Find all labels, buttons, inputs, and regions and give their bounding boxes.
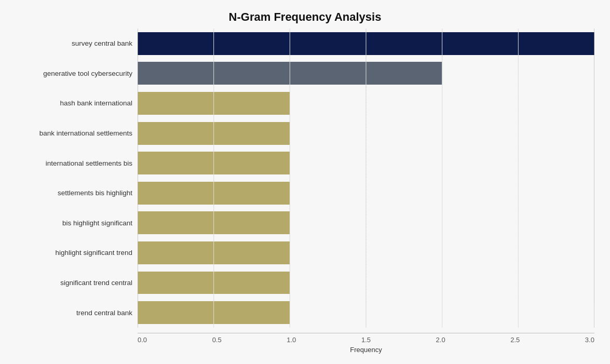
- tick-3: 3.0: [585, 336, 594, 344]
- bar-fill: [138, 62, 442, 85]
- bar-track: [138, 88, 594, 118]
- chart-title: N-Gram Frequency Analysis: [16, 10, 594, 24]
- bar-row: international settlements bis: [16, 148, 594, 178]
- bar-row: highlight significant trend: [16, 238, 594, 268]
- bar-row: bis highlight significant: [16, 208, 594, 238]
- bar-row: bank international settlements: [16, 118, 594, 149]
- bar-label: highlight significant trend: [16, 249, 138, 257]
- bar-label: bis highlight significant: [16, 219, 138, 227]
- chart-container: N-Gram Frequency Analysis: [0, 0, 610, 364]
- bar-track: [138, 178, 594, 208]
- bar-label: significant trend central: [16, 279, 138, 287]
- bar-row: significant trend central: [16, 268, 594, 298]
- bar-track: [138, 268, 594, 298]
- bar-row: settlements bis highlight: [16, 178, 594, 208]
- bar-fill: [138, 182, 290, 205]
- bar-fill: [138, 152, 290, 174]
- bar-row: generative tool cybersecurity: [16, 59, 594, 89]
- tick-05: 0.5: [212, 336, 222, 344]
- bar-fill: [138, 92, 290, 115]
- bar-label: bank international settlements: [16, 129, 138, 137]
- bar-track: [138, 59, 594, 89]
- bar-fill: [138, 122, 290, 145]
- bar-track: [138, 208, 594, 238]
- bar-label: generative tool cybersecurity: [16, 70, 138, 77]
- bar-fill: [138, 32, 594, 55]
- bar-fill: [138, 241, 290, 264]
- tick-2: 2.0: [436, 336, 445, 344]
- x-axis: 0.0 0.5 1.0 1.5 2.0 2.5 3.0 Frequency: [138, 333, 594, 354]
- bar-label: survey central bank: [16, 39, 138, 47]
- bar-label: hash bank international: [16, 99, 138, 107]
- tick-15: 1.5: [361, 336, 371, 344]
- bar-fill: [138, 211, 290, 234]
- bar-label: international settlements bis: [16, 159, 138, 167]
- bar-fill: [138, 301, 290, 324]
- x-axis-label: Frequency: [138, 346, 594, 354]
- bar-fill: [138, 272, 290, 294]
- bar-track: [138, 118, 594, 149]
- tick-1: 1.0: [287, 336, 296, 344]
- bar-track: [138, 148, 594, 178]
- x-axis-ticks: 0.0 0.5 1.0 1.5 2.0 2.5 3.0: [138, 336, 594, 344]
- bar-row: hash bank international: [16, 88, 594, 118]
- bar-row: trend central bank: [16, 298, 594, 328]
- bar-label: settlements bis highlight: [16, 189, 138, 197]
- bar-label: trend central bank: [16, 309, 138, 317]
- bar-track: [138, 298, 594, 328]
- tick-25: 2.5: [510, 336, 520, 344]
- bar-row: survey central bank: [16, 29, 594, 59]
- bar-track: [138, 238, 594, 268]
- tick-0: 0.0: [138, 336, 147, 344]
- bar-track: [138, 29, 594, 59]
